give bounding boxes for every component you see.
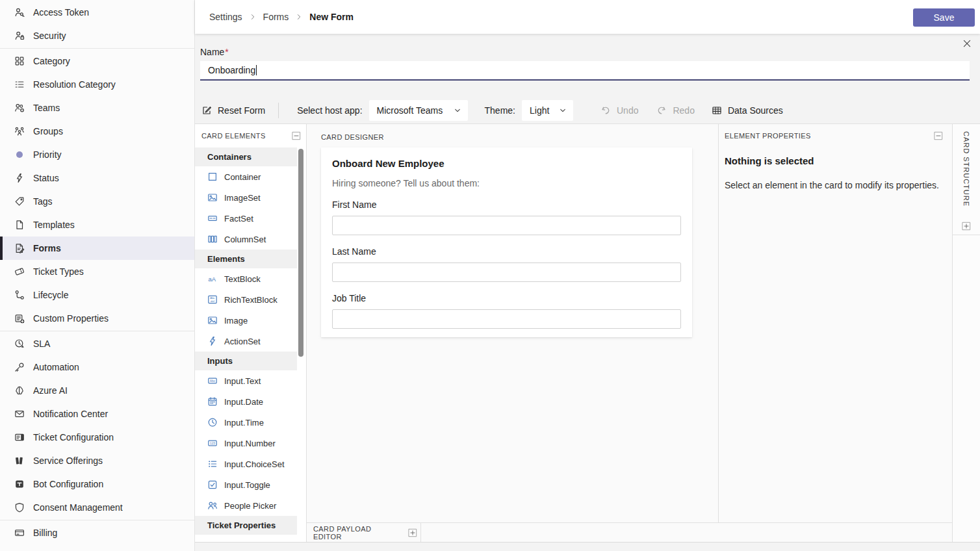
sidebar-item-billing[interactable]: Billing	[0, 521, 194, 545]
element-label: Input.ChoiceSet	[224, 459, 285, 469]
element-item-columnset[interactable]: ColumnSet	[195, 229, 306, 250]
field-input-first-name[interactable]	[332, 216, 681, 235]
sidebar-item-label: Billing	[33, 528, 57, 538]
clear-name-icon[interactable]	[962, 38, 972, 49]
sidebar-item-ticket-types[interactable]: Ticket Types	[0, 260, 194, 283]
element-item-factset[interactable]: FactSet	[195, 208, 306, 229]
field-input-last-name[interactable]	[332, 263, 681, 282]
designer-workspace: CARD ELEMENTS Containers Container Image…	[195, 123, 980, 543]
redo-button[interactable]: Redo	[656, 105, 694, 116]
sidebar-item-ticket-configuration[interactable]: Ticket Configuration	[0, 426, 194, 449]
collapse-panel-icon[interactable]	[292, 131, 301, 140]
field-input-job-title[interactable]	[332, 309, 681, 329]
sidebar-item-groups[interactable]: Groups	[0, 120, 194, 143]
sidebar-item-label: Groups	[33, 126, 63, 136]
service-offerings-icon	[14, 455, 25, 466]
container-icon	[207, 172, 218, 182]
card-elements-header: CARD ELEMENTS	[195, 124, 306, 147]
element-item-input-time[interactable]: Input.Time	[195, 412, 306, 433]
field-label[interactable]: Last Name	[332, 246, 681, 257]
expand-payload-icon[interactable]	[408, 528, 417, 537]
element-item-people-picker[interactable]: People Picker	[195, 495, 306, 516]
element-item-richtextblock[interactable]: AbcdefRichTextBlock	[195, 289, 306, 310]
section-header-containers[interactable]: Containers	[195, 147, 297, 166]
save-button[interactable]: Save	[913, 8, 975, 27]
undo-button[interactable]: Undo	[600, 105, 638, 116]
element-item-input-number[interactable]: 123Input.Number	[195, 433, 306, 454]
reset-form-button[interactable]: Reset Form	[201, 105, 265, 116]
sidebar-item-service-offerings[interactable]: Service Offerings	[0, 449, 194, 472]
card-elements-title: CARD ELEMENTS	[201, 132, 266, 140]
reset-form-label: Reset Form	[218, 105, 265, 116]
sidebar-item-consent-management[interactable]: Consent Management	[0, 496, 194, 519]
host-app-select[interactable]: Microsoft Teams	[369, 100, 468, 121]
breadcrumb-forms[interactable]: Forms	[263, 12, 289, 22]
element-item-image[interactable]: Image	[195, 310, 306, 331]
host-app-value: Microsoft Teams	[377, 105, 443, 116]
element-item-imageset[interactable]: ImageSet	[195, 187, 306, 208]
element-item-textblock[interactable]: aATextBlock	[195, 268, 306, 289]
expand-structure-icon[interactable]	[962, 222, 971, 231]
sidebar-item-azure-ai[interactable]: Azure AI	[0, 379, 194, 402]
card-elements-panel: CARD ELEMENTS Containers Container Image…	[195, 124, 307, 542]
collapse-properties-icon[interactable]	[934, 131, 943, 140]
sidebar-item-priority[interactable]: Priority	[0, 143, 194, 166]
card-field-last-name: Last Name	[332, 246, 681, 282]
sidebar-item-label: SLA	[33, 339, 50, 349]
theme-select[interactable]: Light	[522, 100, 573, 121]
breadcrumb-settings[interactable]: Settings	[209, 12, 242, 22]
sidebar-divider	[0, 520, 194, 520]
element-item-input-choiceset[interactable]: Input.ChoiceSet	[195, 454, 306, 474]
element-item-input-text[interactable]: AbcInput.Text	[195, 370, 306, 391]
element-item-actionset[interactable]: ActionSet	[195, 331, 306, 352]
sidebar-item-templates[interactable]: Templates	[0, 213, 194, 237]
section-title: Elements	[207, 254, 245, 264]
sidebar-item-resolution-category[interactable]: Resolution Category	[0, 73, 194, 96]
sidebar-item-automation[interactable]: Automation	[0, 355, 194, 379]
form-name-input[interactable]: Onboarding	[200, 61, 970, 81]
sla-icon	[14, 339, 25, 349]
card-structure-tab[interactable]: CARD STRUCTURE	[953, 124, 980, 235]
section-header-elements[interactable]: Elements	[195, 250, 297, 268]
card-title[interactable]: Onboard New Employee	[332, 158, 681, 169]
field-label[interactable]: First Name	[332, 199, 681, 210]
element-label: Image	[224, 316, 248, 326]
actionset-icon	[207, 336, 218, 346]
sidebar-item-forms[interactable]: Forms	[0, 237, 194, 260]
svg-text:123: 123	[210, 442, 215, 445]
sidebar-item-label: Consent Management	[33, 502, 123, 513]
element-item-input-toggle[interactable]: Input.Toggle	[195, 474, 306, 495]
sidebar-item-label: Notification Center	[33, 409, 108, 419]
section-header-ticket-properties[interactable]: Ticket Properties	[195, 516, 297, 535]
element-item-input-date[interactable]: Input.Date	[195, 391, 306, 412]
sidebar-item-notification-center[interactable]: Notification Center	[0, 402, 194, 426]
data-sources-button[interactable]: Data Sources	[712, 105, 783, 116]
custom-properties-icon	[14, 313, 25, 324]
card-structure-title: CARD STRUCTURE	[962, 131, 970, 207]
sidebar-item-access-token[interactable]: Access Token	[0, 1, 194, 24]
card-subtitle[interactable]: Hiring someone? Tell us about them:	[332, 178, 681, 188]
input-choiceset-icon	[207, 459, 218, 469]
ticket-configuration-icon	[14, 432, 25, 442]
svg-text:def: def	[211, 300, 215, 303]
input-text-icon: Abc	[207, 376, 218, 386]
element-label: Input.Toggle	[224, 480, 270, 490]
sidebar-item-custom-properties[interactable]: Custom Properties	[0, 307, 194, 330]
sidebar-item-tags[interactable]: Tags	[0, 190, 194, 213]
adaptive-card-preview[interactable]: Onboard New Employee Hiring someone? Tel…	[321, 147, 692, 337]
factset-icon	[207, 213, 218, 224]
sidebar-item-teams[interactable]: Teams	[0, 96, 194, 120]
elements-scrollbar[interactable]	[298, 149, 303, 357]
sidebar-item-security[interactable]: Security	[0, 24, 194, 47]
sidebar-divider	[0, 331, 194, 331]
sidebar-item-sla[interactable]: SLA	[0, 332, 194, 355]
sidebar-item-category[interactable]: Category	[0, 49, 194, 73]
sidebar-item-bot-configuration[interactable]: Bot Configuration	[0, 472, 194, 496]
section-header-inputs[interactable]: Inputs	[195, 352, 297, 370]
sidebar-item-lifecycle[interactable]: Lifecycle	[0, 283, 194, 307]
element-item-container[interactable]: Container	[195, 166, 306, 187]
card-payload-editor-bar: CARD PAYLOAD EDITOR	[307, 522, 952, 542]
sidebar-item-status[interactable]: Status	[0, 166, 194, 190]
sidebar-item-label: Tags	[33, 196, 53, 207]
field-label[interactable]: Job Title	[332, 293, 681, 303]
